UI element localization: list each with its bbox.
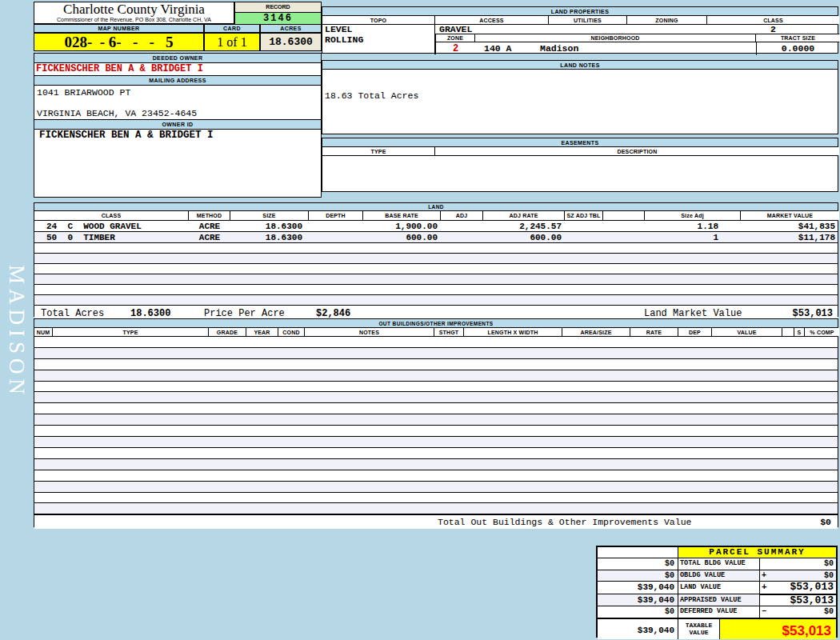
topo-value-2: ROLLING [322, 34, 434, 45]
ob-col-value: VALUE [712, 328, 782, 336]
land-row-2: 50 0 TIMBER ACRE 18.6300 600.00 600.00 1… [34, 232, 838, 243]
tract-size-label: TRACT SIZE [756, 34, 840, 42]
acres-value: 18.6300 [260, 33, 322, 51]
outbuildings-total-value: $0 [820, 517, 831, 527]
owner-block: DEEDED OWNER FICKENSCHER BEN A & BRIDGET… [34, 53, 322, 198]
deeded-owner-value: FICKENSCHER BEN A & BRIDGET I [34, 63, 321, 76]
neighborhood-watermark: MADISON [4, 265, 29, 385]
summary-row-taxable: $39,040 TAXABLE VALUE $53,013 [598, 619, 836, 639]
land-table: LAND CLASS METHOD SIZE DEPTH BASE RATE A… [34, 202, 838, 317]
outbuildings-table: OUT BUILDINGS/OTHER IMPROVEMENTS NUM TYP… [34, 318, 838, 527]
land-col-class: CLASS [34, 211, 189, 220]
mailing-address-label: MAILING ADDRESS [34, 76, 321, 86]
land-row-1-method: ACRE [189, 222, 230, 231]
land-row-2-size: 18.6300 [230, 233, 309, 242]
outbuildings-total-row: Total Out Buildings & Other Improvements… [34, 514, 838, 529]
summary-value-land: $53,013 [790, 582, 834, 593]
price-per-acre-value: $2,846 [316, 308, 350, 319]
topo-value-1: LEVEL [322, 24, 434, 34]
summary-left-obldg: $0 [598, 570, 678, 582]
outbuildings-title: OUT BUILDINGS/OTHER IMPROVEMENTS [34, 319, 838, 328]
access-label: ACCESS [435, 16, 549, 24]
price-per-acre-label: Price Per Acre [204, 308, 285, 319]
summary-row-obldg: $0 OBLDG VALUE + $0 [598, 570, 836, 582]
land-row-2-adj-rate: 600.00 [483, 233, 565, 242]
card-label: CARD [204, 24, 260, 33]
summary-left-deferred: $0 [598, 606, 678, 618]
land-col-size-adj: Size Adj [645, 211, 741, 220]
easements-title: EASEMENTS [322, 138, 838, 147]
address-line1: 1041 BRIARWOOD PT [37, 87, 130, 98]
summary-label-taxable: TAXABLE VALUE [678, 619, 720, 639]
land-row-1-size-adj: 1.18 [645, 222, 741, 231]
land-row-2-class: 50 0 TIMBER [34, 233, 189, 242]
summary-value-appraised: $53,013 [790, 595, 834, 606]
ob-col-cond: COND [278, 328, 305, 336]
map-number-value: 028- - 6- - - 5 [34, 33, 204, 51]
summary-row-total-bldg: $0 TOTAL BLDG VALUE $0 [598, 558, 836, 570]
topo-label: TOPO [322, 16, 435, 24]
easement-description-label: DESCRIPTION [435, 147, 839, 155]
record-block: RECORD 3146 [234, 2, 322, 24]
land-col-depth: DEPTH [309, 211, 363, 220]
ob-col-num: NUM [34, 328, 53, 336]
land-row-2-method: ACRE [189, 233, 230, 242]
neighborhood-code: 140 A [484, 43, 512, 54]
land-row-2-market-value: $11,178 [741, 233, 839, 242]
summary-value-obldg: $0 [824, 570, 834, 581]
land-row-2-size-adj: 1 [645, 233, 741, 242]
ob-col-notes: NOTES [305, 328, 434, 336]
ob-col-blank [782, 328, 794, 336]
record-label: RECORD [235, 2, 321, 13]
record-value: 3146 [235, 13, 321, 24]
land-properties-title: LAND PROPERTIES [322, 7, 838, 16]
land-row-2-base-rate: 600.00 [363, 233, 441, 242]
land-col-size: SIZE [230, 211, 309, 220]
card-value: 1 of 1 [204, 33, 260, 51]
parcel-record-card: MADISON Charlotte County Virginia Commis… [0, 0, 840, 640]
county-subtitle: Commissioner of the Revenue, PO Box 308,… [34, 17, 234, 23]
summary-left-total-bldg: $0 [598, 558, 678, 570]
ob-col-dep: DEP [678, 328, 712, 336]
summary-value-taxable: $53,013 [720, 619, 836, 639]
summary-label-obldg: OBLDG VALUE [678, 570, 760, 582]
summary-left-land: $39,040 [598, 582, 678, 594]
tract-size-value: 0.0000 [756, 43, 840, 54]
deeded-owner-label: DEEDED OWNER [34, 54, 321, 63]
land-row-1-class: 24 C WOOD GRAVEL [34, 222, 189, 231]
ob-col-rate: RATE [630, 328, 678, 336]
ob-col-length-x-width: LENGTH X WIDTH [464, 328, 562, 336]
owner-id-value: FICKENSCHER BEN A & BRIDGET I [34, 130, 321, 142]
land-col-method: METHOD [189, 211, 230, 220]
land-col-adj-rate: ADJ RATE [483, 211, 565, 220]
summary-value-total-bldg: $0 [824, 558, 834, 569]
ob-col-year: YEAR [246, 328, 278, 336]
summary-label-deferred: DEFERRED VALUE [678, 606, 760, 618]
summary-row-land: $39,040 LAND VALUE + $53,013 [598, 582, 836, 594]
land-notes-block: LAND NOTES 18.63 Total Acres [322, 60, 838, 134]
summary-op-land: + [762, 582, 767, 593]
neighborhood-label: NEIGHBORHOOD [475, 34, 756, 42]
summary-left-taxable: $39,040 [598, 619, 678, 639]
land-market-value-label: Land Market Value [644, 308, 742, 319]
total-acres-label: Total Acres [41, 308, 104, 319]
summary-value-deferred: $0 [824, 606, 834, 617]
land-notes-title: LAND NOTES [322, 61, 838, 70]
land-col-base-rate: BASE RATE [363, 211, 441, 220]
summary-label-appraised: APPRAISED VALUE [678, 594, 760, 606]
county-title: Charlotte County Virginia [34, 2, 234, 17]
land-row-1-size: 18.6300 [230, 222, 309, 231]
summary-label-land: LAND VALUE [678, 582, 760, 594]
land-col-adj: ADJ [441, 211, 483, 220]
acres-label: ACRES [260, 24, 322, 33]
ob-col-type: TYPE [53, 328, 209, 336]
summary-left-appraised: $39,040 [598, 594, 678, 606]
easement-type-label: TYPE [322, 147, 435, 155]
map-number-label: MAP NUMBER [34, 24, 204, 33]
land-notes-text: 18.63 Total Acres [322, 70, 838, 101]
neighborhood-name: Madison [540, 43, 578, 54]
summary-row-deferred: $0 DEFERRED VALUE − $0 [598, 606, 836, 619]
zone-value: 2 [436, 43, 475, 54]
ob-col-s: S [794, 328, 805, 336]
summary-op-deferred: − [762, 606, 766, 617]
